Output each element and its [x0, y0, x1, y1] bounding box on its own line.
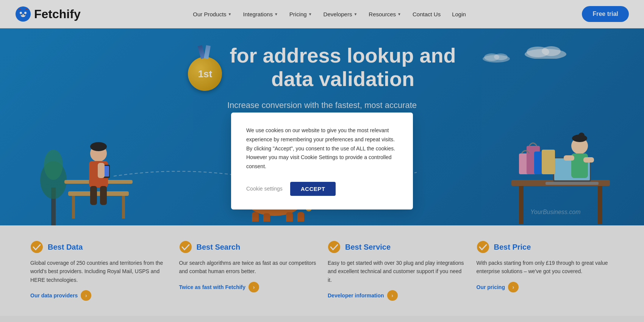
cookie-accept-button[interactable]: ACCEPT — [290, 182, 336, 196]
cookie-settings-button[interactable]: Cookie settings — [246, 186, 283, 192]
cookie-message: We use cookies on our website to give yo… — [246, 126, 398, 171]
cookie-actions: Cookie settings ACCEPT — [246, 182, 398, 196]
cookie-modal: We use cookies on our website to give yo… — [231, 113, 413, 209]
cookie-overlay: We use cookies on our website to give yo… — [0, 0, 644, 316]
